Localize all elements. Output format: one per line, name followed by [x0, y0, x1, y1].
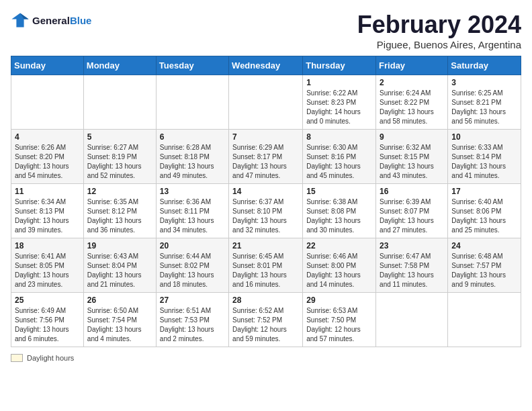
calendar-cell: 23Sunrise: 6:47 AM Sunset: 7:58 PM Dayli…	[376, 238, 448, 293]
calendar-cell	[156, 75, 228, 130]
weekday-header-tuesday: Tuesday	[156, 56, 228, 75]
weekday-header-sunday: Sunday	[11, 56, 84, 75]
day-info: Sunrise: 6:36 AM Sunset: 8:11 PM Dayligh…	[160, 197, 225, 235]
calendar-footer: Daylight hours	[11, 354, 521, 362]
calendar-cell: 8Sunrise: 6:30 AM Sunset: 8:16 PM Daylig…	[303, 130, 376, 184]
calendar-cell	[376, 293, 448, 347]
day-info: Sunrise: 6:48 AM Sunset: 7:57 PM Dayligh…	[451, 252, 517, 289]
calendar-cell	[448, 293, 521, 347]
day-info: Sunrise: 6:43 AM Sunset: 8:04 PM Dayligh…	[87, 252, 152, 289]
day-info: Sunrise: 6:52 AM Sunset: 7:52 PM Dayligh…	[232, 306, 299, 344]
calendar-cell: 20Sunrise: 6:44 AM Sunset: 8:02 PM Dayli…	[156, 238, 228, 293]
day-number: 13	[160, 187, 225, 196]
day-number: 19	[87, 241, 152, 250]
calendar-cell: 25Sunrise: 6:49 AM Sunset: 7:56 PM Dayli…	[11, 293, 84, 347]
weekday-header-wednesday: Wednesday	[229, 56, 303, 75]
day-number: 8	[306, 132, 372, 142]
day-number: 24	[451, 241, 517, 250]
day-number: 29	[306, 295, 372, 305]
day-number: 28	[232, 295, 299, 305]
day-number: 9	[380, 132, 444, 142]
day-number: 4	[15, 132, 80, 142]
calendar-cell: 27Sunrise: 6:51 AM Sunset: 7:53 PM Dayli…	[156, 293, 228, 347]
day-info: Sunrise: 6:44 AM Sunset: 8:02 PM Dayligh…	[160, 252, 225, 289]
day-number: 15	[306, 187, 372, 196]
page-header: GeneralBlue February 2024 Piguee, Buenos…	[11, 11, 521, 50]
title-block: February 2024 Piguee, Buenos Aires, Arge…	[357, 11, 521, 50]
calendar-cell: 11Sunrise: 6:34 AM Sunset: 8:13 PM Dayli…	[11, 184, 84, 238]
month-year-title: February 2024	[357, 11, 521, 39]
calendar-cell	[11, 75, 84, 130]
calendar-table: SundayMondayTuesdayWednesdayThursdayFrid…	[11, 56, 521, 347]
weekday-header-monday: Monday	[83, 56, 156, 75]
calendar-cell: 26Sunrise: 6:50 AM Sunset: 7:54 PM Dayli…	[83, 293, 156, 347]
day-number: 21	[232, 241, 299, 250]
day-number: 14	[232, 187, 299, 196]
daylight-legend-box	[11, 354, 23, 362]
weekday-header-row: SundayMondayTuesdayWednesdayThursdayFrid…	[11, 56, 521, 75]
calendar-cell: 28Sunrise: 6:52 AM Sunset: 7:52 PM Dayli…	[229, 293, 303, 347]
calendar-cell	[83, 75, 156, 130]
logo-general: General	[32, 15, 70, 26]
day-number: 12	[87, 187, 152, 196]
calendar-cell: 12Sunrise: 6:35 AM Sunset: 8:12 PM Dayli…	[83, 184, 156, 238]
day-info: Sunrise: 6:40 AM Sunset: 8:06 PM Dayligh…	[451, 197, 517, 235]
day-info: Sunrise: 6:35 AM Sunset: 8:12 PM Dayligh…	[87, 197, 152, 235]
day-info: Sunrise: 6:38 AM Sunset: 8:08 PM Dayligh…	[306, 197, 372, 235]
weekday-header-friday: Friday	[376, 56, 448, 75]
day-info: Sunrise: 6:45 AM Sunset: 8:01 PM Dayligh…	[232, 252, 299, 289]
day-info: Sunrise: 6:33 AM Sunset: 8:14 PM Dayligh…	[451, 143, 517, 181]
day-number: 6	[160, 132, 225, 142]
day-number: 27	[160, 295, 225, 305]
day-number: 10	[451, 132, 517, 142]
calendar-cell: 16Sunrise: 6:39 AM Sunset: 8:07 PM Dayli…	[376, 184, 448, 238]
calendar-cell: 19Sunrise: 6:43 AM Sunset: 8:04 PM Dayli…	[83, 238, 156, 293]
calendar-cell: 1Sunrise: 6:22 AM Sunset: 8:23 PM Daylig…	[303, 75, 376, 130]
day-info: Sunrise: 6:37 AM Sunset: 8:10 PM Dayligh…	[232, 197, 299, 235]
day-info: Sunrise: 6:22 AM Sunset: 8:23 PM Dayligh…	[306, 89, 372, 126]
calendar-cell	[229, 75, 303, 130]
day-info: Sunrise: 6:27 AM Sunset: 8:19 PM Dayligh…	[87, 143, 152, 181]
calendar-cell: 22Sunrise: 6:46 AM Sunset: 8:00 PM Dayli…	[303, 238, 376, 293]
calendar-cell: 9Sunrise: 6:32 AM Sunset: 8:15 PM Daylig…	[376, 130, 448, 184]
daylight-legend-label: Daylight hours	[27, 354, 74, 362]
day-info: Sunrise: 6:24 AM Sunset: 8:22 PM Dayligh…	[380, 89, 444, 126]
svg-marker-0	[11, 13, 28, 28]
calendar-week-row: 25Sunrise: 6:49 AM Sunset: 7:56 PM Dayli…	[11, 293, 521, 347]
day-number: 17	[451, 187, 517, 196]
calendar-cell: 21Sunrise: 6:45 AM Sunset: 8:01 PM Dayli…	[229, 238, 303, 293]
day-info: Sunrise: 6:28 AM Sunset: 8:18 PM Dayligh…	[160, 143, 225, 181]
day-info: Sunrise: 6:29 AM Sunset: 8:17 PM Dayligh…	[232, 143, 299, 181]
day-info: Sunrise: 6:26 AM Sunset: 8:20 PM Dayligh…	[15, 143, 80, 181]
calendar-week-row: 1Sunrise: 6:22 AM Sunset: 8:23 PM Daylig…	[11, 75, 521, 130]
day-number: 18	[15, 241, 80, 250]
day-number: 2	[380, 78, 444, 87]
day-info: Sunrise: 6:46 AM Sunset: 8:00 PM Dayligh…	[306, 252, 372, 289]
day-info: Sunrise: 6:25 AM Sunset: 8:21 PM Dayligh…	[451, 89, 517, 126]
day-number: 25	[15, 295, 80, 305]
calendar-cell: 24Sunrise: 6:48 AM Sunset: 7:57 PM Dayli…	[448, 238, 521, 293]
calendar-cell: 4Sunrise: 6:26 AM Sunset: 8:20 PM Daylig…	[11, 130, 84, 184]
day-number: 11	[15, 187, 80, 196]
logo-blue: Blue	[70, 15, 92, 26]
day-info: Sunrise: 6:32 AM Sunset: 8:15 PM Dayligh…	[380, 143, 444, 181]
day-info: Sunrise: 6:47 AM Sunset: 7:58 PM Dayligh…	[380, 252, 444, 289]
calendar-cell: 15Sunrise: 6:38 AM Sunset: 8:08 PM Dayli…	[303, 184, 376, 238]
calendar-cell: 7Sunrise: 6:29 AM Sunset: 8:17 PM Daylig…	[229, 130, 303, 184]
day-number: 7	[232, 132, 299, 142]
day-info: Sunrise: 6:51 AM Sunset: 7:53 PM Dayligh…	[160, 306, 225, 344]
weekday-header-saturday: Saturday	[448, 56, 521, 75]
day-number: 26	[87, 295, 152, 305]
day-number: 23	[380, 241, 444, 250]
logo-icon	[11, 11, 30, 30]
calendar-cell: 2Sunrise: 6:24 AM Sunset: 8:22 PM Daylig…	[376, 75, 448, 130]
calendar-cell: 29Sunrise: 6:53 AM Sunset: 7:50 PM Dayli…	[303, 293, 376, 347]
calendar-week-row: 18Sunrise: 6:41 AM Sunset: 8:05 PM Dayli…	[11, 238, 521, 293]
calendar-cell: 17Sunrise: 6:40 AM Sunset: 8:06 PM Dayli…	[448, 184, 521, 238]
calendar-week-row: 4Sunrise: 6:26 AM Sunset: 8:20 PM Daylig…	[11, 130, 521, 184]
day-info: Sunrise: 6:41 AM Sunset: 8:05 PM Dayligh…	[15, 252, 80, 289]
day-info: Sunrise: 6:34 AM Sunset: 8:13 PM Dayligh…	[15, 197, 80, 235]
calendar-cell: 13Sunrise: 6:36 AM Sunset: 8:11 PM Dayli…	[156, 184, 228, 238]
day-info: Sunrise: 6:53 AM Sunset: 7:50 PM Dayligh…	[306, 306, 372, 344]
calendar-cell: 10Sunrise: 6:33 AM Sunset: 8:14 PM Dayli…	[448, 130, 521, 184]
